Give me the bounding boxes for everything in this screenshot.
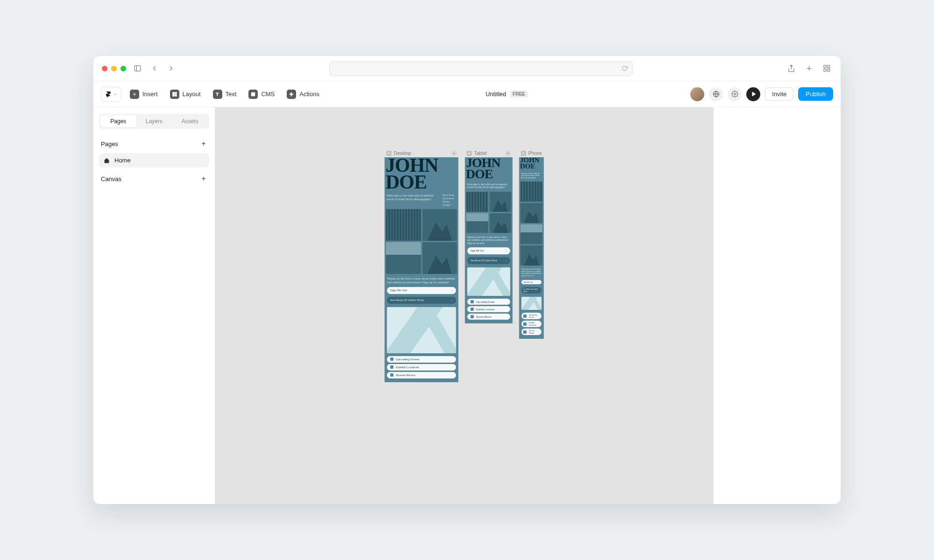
intro-text: Welcome to the wild and wonderful world …	[521, 173, 542, 179]
see-more-button: See More Of John's Work›	[387, 297, 456, 304]
frame-phone[interactable]: Phone JOHNDOE Welcome to the wild and wo…	[519, 149, 544, 339]
preview-tablet[interactable]: JOHNDOE Welcome to the wild and wonderfu…	[465, 157, 513, 323]
framer-menu-button[interactable]	[101, 87, 121, 102]
framer-logo-icon	[105, 91, 112, 98]
play-icon[interactable]	[387, 151, 392, 156]
hero-title: JOHNDOE	[466, 157, 512, 180]
address-bar[interactable]	[329, 61, 633, 76]
frame-header: Phone	[519, 149, 544, 157]
sub-text: Wanna be the first to hear about John's …	[519, 267, 544, 278]
see-more-button: See More Of John's Work›	[467, 257, 510, 264]
minimize-window-button[interactable]	[111, 66, 117, 71]
svg-rect-13	[175, 94, 177, 96]
window-controls	[102, 66, 126, 71]
cms-tool[interactable]: CMS	[245, 87, 278, 101]
add-page-button[interactable]: +	[200, 140, 207, 147]
svg-rect-12	[175, 92, 177, 94]
actions-tool[interactable]: Actions	[283, 87, 323, 101]
globe-button[interactable]	[709, 87, 723, 101]
map-preview	[522, 297, 542, 310]
insert-tool[interactable]: Insert	[126, 87, 162, 101]
layout-tool[interactable]: Layout	[166, 87, 205, 101]
play-icon[interactable]	[467, 151, 472, 156]
tab-layers[interactable]: Layers	[136, 115, 172, 127]
link-list: Upcoming Events Exhibit Locations Newest…	[519, 312, 544, 339]
sidebar-tabs: Pages Layers Assets	[99, 114, 209, 129]
bolt-icon	[287, 90, 296, 99]
document-title[interactable]: Untitled	[486, 91, 506, 98]
intro-nav: Bio & WorkAdventuresStoriesContact	[443, 194, 457, 206]
svg-marker-20	[752, 92, 756, 96]
svg-marker-23	[523, 152, 525, 154]
new-tab-icon[interactable]	[803, 63, 814, 74]
svg-rect-11	[172, 92, 174, 96]
photo-thumb	[422, 242, 457, 274]
svg-rect-5	[824, 65, 826, 68]
cms-label: CMS	[261, 91, 275, 98]
frame-name[interactable]: Tablet	[474, 151, 503, 156]
photo-thumb	[386, 242, 421, 274]
photo-thumb	[521, 224, 543, 245]
hero-title: JOHNDOE	[386, 157, 458, 190]
frame-name[interactable]: Phone	[529, 151, 542, 156]
frame-desktop[interactable]: Desktop + JOHNDOE Welcome to the wild an…	[385, 149, 459, 382]
play-icon[interactable]	[521, 151, 526, 156]
canvas-viewport[interactable]: Desktop + JOHNDOE Welcome to the wild an…	[215, 107, 714, 504]
app-window: Insert Layout T Text CMS Actions Untitle…	[93, 56, 841, 504]
svg-marker-16	[290, 92, 294, 97]
browser-titlebar	[93, 56, 841, 81]
forward-button[interactable]	[165, 63, 177, 74]
cms-icon	[248, 90, 258, 99]
reload-icon[interactable]	[622, 65, 628, 71]
svg-rect-7	[827, 69, 829, 71]
right-panel	[714, 107, 841, 504]
frame-add-icon[interactable]: +	[506, 151, 511, 156]
photo-thumb	[422, 209, 457, 241]
back-button[interactable]	[149, 63, 160, 74]
photo-thumb	[521, 182, 543, 202]
frame-add-icon[interactable]: +	[452, 151, 457, 156]
photo-grid	[519, 180, 544, 267]
insert-label: Insert	[142, 91, 158, 98]
sub-text: Wanna be the first to hear about John's …	[385, 275, 459, 286]
photo-thumb	[467, 192, 488, 211]
settings-button[interactable]	[728, 87, 742, 101]
photo-thumb	[467, 213, 488, 233]
invite-button[interactable]: Invite	[765, 87, 793, 101]
photo-thumb	[489, 213, 511, 233]
sub-text: Wanna be the first to hear about John's …	[465, 234, 513, 246]
app-toolbar: Insert Layout T Text CMS Actions Untitle…	[93, 81, 841, 107]
preview-desktop[interactable]: JOHNDOE Welcome to the wild and wonderfu…	[385, 157, 459, 382]
svg-text:T: T	[216, 92, 219, 97]
preview-button[interactable]	[746, 87, 760, 101]
hero-title: JOHNDOE	[520, 157, 543, 169]
sidebar-toggle-icon[interactable]	[132, 63, 143, 74]
maximize-window-button[interactable]	[120, 66, 126, 71]
photo-grid	[465, 190, 513, 234]
tab-pages[interactable]: Pages	[100, 115, 136, 127]
text-label: Text	[226, 91, 237, 98]
frame-header: Desktop +	[385, 149, 459, 157]
signup-button: Sign Me Up!›	[467, 247, 510, 254]
publish-button[interactable]: Publish	[798, 87, 833, 101]
add-canvas-button[interactable]: +	[200, 175, 207, 182]
share-icon[interactable]	[785, 63, 797, 74]
svg-marker-21	[389, 152, 390, 154]
plus-icon	[130, 90, 139, 99]
frame-tablet[interactable]: Tablet + JOHNDOE Welcome to the wild and…	[465, 149, 513, 323]
plan-badge: FREE	[510, 91, 528, 98]
text-tool[interactable]: T Text	[209, 87, 241, 101]
pages-label: Pages	[101, 140, 118, 147]
home-icon	[104, 157, 110, 163]
user-avatar[interactable]	[690, 87, 704, 101]
page-item-home[interactable]: Home	[99, 153, 209, 168]
frame-name[interactable]: Desktop	[394, 151, 449, 156]
map-preview	[387, 307, 456, 353]
close-window-button[interactable]	[102, 66, 107, 71]
preview-phone[interactable]: JOHNDOE Welcome to the wild and wonderfu…	[519, 157, 544, 339]
tabs-overview-icon[interactable]	[821, 63, 832, 74]
canvas-section-header: Canvas +	[99, 172, 209, 185]
photo-grid	[385, 208, 459, 275]
actions-label: Actions	[299, 91, 319, 98]
tab-assets[interactable]: Assets	[172, 115, 208, 127]
